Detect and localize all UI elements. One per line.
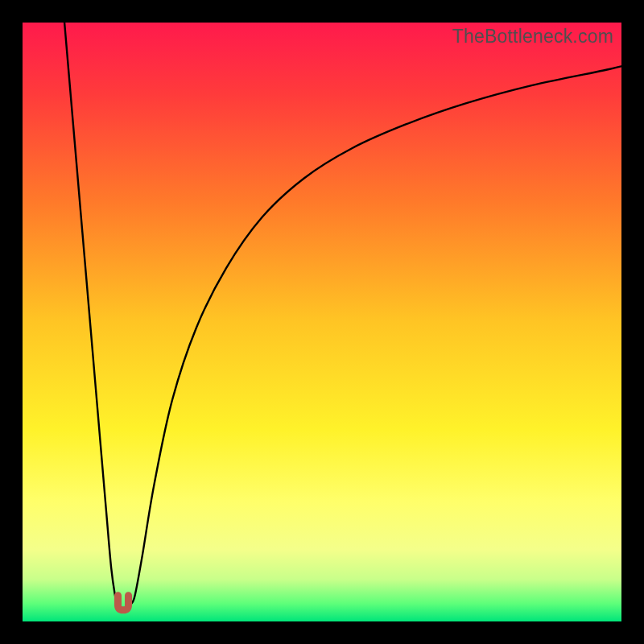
chart-frame: TheBottleneck.com <box>0 0 644 644</box>
bottleneck-curve-chart <box>23 23 621 621</box>
plot-area: TheBottleneck.com <box>23 23 621 621</box>
gradient-background <box>23 23 621 621</box>
watermark-text: TheBottleneck.com <box>452 26 613 47</box>
